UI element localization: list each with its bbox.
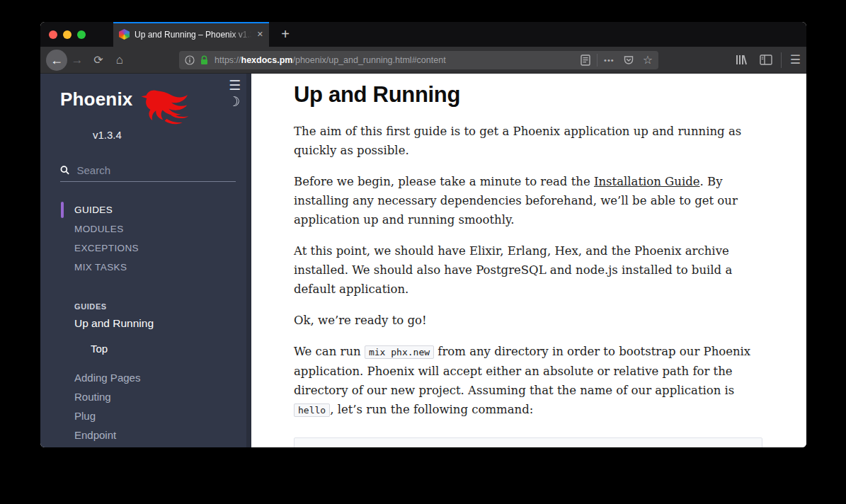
installation-guide-link[interactable]: Installation Guide bbox=[594, 175, 700, 188]
nav-item-label: MODULES bbox=[74, 224, 124, 234]
close-window-button[interactable] bbox=[49, 30, 57, 39]
site-info-icon[interactable] bbox=[185, 55, 195, 65]
menu-hamburger-icon[interactable]: ☰ bbox=[790, 54, 801, 66]
sidebar-toggle-icon[interactable] bbox=[760, 55, 772, 65]
brand-name[interactable]: Phoenix bbox=[60, 89, 133, 110]
minimize-window-button[interactable] bbox=[63, 30, 72, 39]
forward-button[interactable]: → bbox=[72, 54, 83, 66]
version-label[interactable]: v1.3.4 bbox=[93, 129, 251, 141]
tab-bar: Up and Running – Phoenix v1.3 ✕ + bbox=[40, 22, 806, 47]
search-icon bbox=[60, 165, 69, 176]
url-bar-actions: ••• ☆ bbox=[581, 54, 653, 67]
url-text[interactable]: https://hexdocs.pm/phoenix/up_and_runnin… bbox=[215, 55, 581, 65]
text-run: Ok, we’re ready to go! bbox=[294, 314, 427, 327]
url-path: /phoenix/up_and_running.html#content bbox=[292, 55, 445, 65]
pocket-icon[interactable] bbox=[623, 55, 634, 66]
toolbar-right-tools: ☰ bbox=[736, 52, 801, 68]
page-title: Up and Running bbox=[294, 82, 762, 108]
browser-toolbar: ← → ⟳ ⌂ https://hexdocs.pm/phoenix/up_an… bbox=[40, 47, 806, 74]
url-bar-separator bbox=[597, 54, 598, 67]
active-tab[interactable]: Up and Running – Phoenix v1.3 ✕ bbox=[113, 22, 269, 47]
library-icon[interactable] bbox=[736, 54, 748, 66]
home-button[interactable]: ⌂ bbox=[114, 54, 125, 66]
doc-paragraph: Before we begin, please take a minute to… bbox=[294, 172, 762, 229]
phoenix-logo-icon bbox=[140, 88, 191, 127]
text-run: The aim of this first guide is to get a … bbox=[294, 125, 741, 157]
url-bar[interactable]: https://hexdocs.pm/phoenix/up_and_runnin… bbox=[179, 51, 658, 69]
doc-paragraph: Ok, we’re ready to go! bbox=[294, 311, 762, 330]
nav-item-exceptions[interactable]: EXCEPTIONS bbox=[40, 239, 251, 258]
nav-item-modules[interactable]: MODULES bbox=[40, 219, 251, 239]
text-run: Before we begin, please take a minute to… bbox=[294, 175, 594, 188]
back-button[interactable]: ← bbox=[46, 50, 67, 71]
page-link-plug[interactable]: Plug bbox=[40, 406, 251, 425]
nav-item-mix-tasks[interactable]: MIX TASKS bbox=[40, 258, 251, 277]
active-accent-bar bbox=[61, 202, 64, 218]
primary-nav: GUIDES MODULES EXCEPTIONS MIX TASKS bbox=[40, 200, 251, 277]
new-tab-button[interactable]: + bbox=[276, 22, 295, 47]
search-row bbox=[60, 164, 236, 182]
page-link-routing[interactable]: Routing bbox=[40, 387, 251, 406]
inline-code: mix phx.new bbox=[365, 345, 434, 359]
url-domain: hexdocs.pm bbox=[241, 55, 293, 65]
text-run: At this point, we should have Elixir, Er… bbox=[294, 244, 732, 296]
tab-close-icon[interactable]: ✕ bbox=[257, 30, 263, 39]
reload-button[interactable]: ⟳ bbox=[93, 55, 104, 66]
url-scheme: https:// bbox=[215, 55, 241, 65]
text-run: , let’s run the following command: bbox=[330, 403, 533, 416]
zoom-window-button[interactable] bbox=[77, 30, 86, 39]
lock-icon[interactable] bbox=[200, 55, 209, 65]
guides-group: GUIDES Up and Running Top Adding Pages R… bbox=[40, 302, 251, 447]
browser-window: Up and Running – Phoenix v1.3 ✕ + ← → ⟳ … bbox=[40, 22, 806, 447]
text-run: We can run bbox=[294, 345, 365, 358]
inline-code: hello bbox=[294, 403, 330, 417]
toolbar-separator bbox=[781, 52, 782, 68]
doc-paragraph: At this point, we should have Elixir, Er… bbox=[294, 241, 762, 299]
nav-item-label: EXCEPTIONS bbox=[74, 243, 139, 253]
bookmark-star-icon[interactable]: ☆ bbox=[643, 55, 653, 66]
code-block: $ mix phx.new hello bbox=[294, 437, 762, 447]
reader-mode-icon[interactable] bbox=[581, 55, 590, 66]
doc-main: Up and Running The aim of this first gui… bbox=[251, 74, 806, 447]
night-mode-icon[interactable]: ☾ bbox=[228, 93, 240, 110]
doc-paragraph: The aim of this first guide is to get a … bbox=[294, 122, 762, 160]
search-input[interactable] bbox=[75, 164, 236, 177]
page-link-controllers[interactable]: Controllers bbox=[40, 445, 251, 447]
hexdocs-favicon-icon bbox=[119, 29, 130, 40]
sidebar-collapse-icon[interactable]: ☰ bbox=[229, 77, 241, 93]
page-content: ☰ ☾ Phoenix v1.3.4 bbox=[40, 74, 806, 447]
page-actions-icon[interactable]: ••• bbox=[604, 56, 615, 64]
brand-row: Phoenix bbox=[40, 74, 251, 127]
docs-sidebar: ☰ ☾ Phoenix v1.3.4 bbox=[40, 74, 251, 447]
anchor-link-top[interactable]: Top bbox=[40, 343, 251, 355]
group-heading: GUIDES bbox=[40, 302, 251, 311]
tab-title: Up and Running – Phoenix v1.3 bbox=[135, 30, 254, 40]
page-link-endpoint[interactable]: Endpoint bbox=[40, 425, 251, 445]
window-controls bbox=[40, 22, 86, 47]
nav-item-label: GUIDES bbox=[74, 205, 113, 215]
doc-paragraph: We can run mix phx.new from any director… bbox=[294, 342, 762, 420]
nav-item-guides[interactable]: GUIDES bbox=[40, 200, 251, 219]
current-page-link[interactable]: Up and Running bbox=[40, 317, 251, 330]
nav-item-label: MIX TASKS bbox=[74, 262, 127, 273]
page-link-adding-pages[interactable]: Adding Pages bbox=[40, 368, 251, 387]
page-list: Adding Pages Routing Plug Endpoint Contr… bbox=[40, 368, 251, 447]
